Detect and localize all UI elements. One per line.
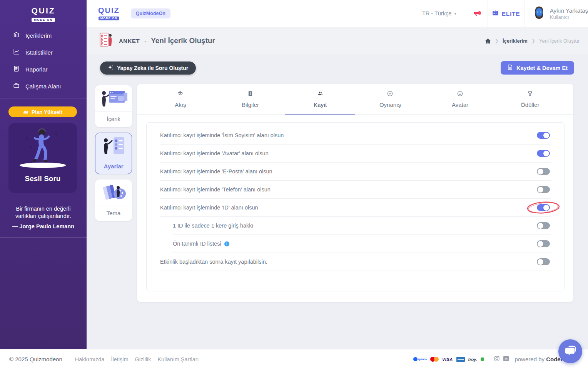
iyzico-icon: iyzico	[413, 357, 427, 361]
statistics-chart-icon	[13, 48, 20, 57]
tab-oduller[interactable]: Ödüller	[495, 84, 565, 114]
report-document-icon	[13, 65, 20, 73]
toggle-name-field[interactable]	[537, 132, 550, 139]
plan-badge[interactable]: ELITE	[488, 10, 525, 17]
separator: -	[144, 38, 146, 44]
logo-mode-on-badge: MODE ON	[99, 17, 119, 21]
toggle-avatar-field[interactable]	[537, 150, 550, 157]
megaphone-icon	[473, 9, 481, 18]
sparkles-icon	[108, 65, 114, 71]
info-icon[interactable]: i	[224, 241, 229, 246]
quote-section: Bir firmanın en değerli varlıkları çalış…	[0, 199, 87, 238]
logo-text: QUIZ	[98, 7, 120, 14]
step-card-icerik[interactable]: İçerik	[95, 85, 132, 127]
step-card-tema[interactable]: Tema	[95, 180, 132, 221]
visa-icon: VISA	[442, 357, 453, 362]
setting-label: Etkinlik başladıktan sonra kayıt yapılab…	[160, 259, 267, 265]
play-circle-icon	[387, 90, 393, 98]
home-icon[interactable]	[485, 38, 491, 44]
setting-label: Katılımcı kayıt işleminde 'ID' alanı ols…	[160, 204, 258, 211]
footer-link-iletisim[interactable]: İletişim	[111, 356, 128, 362]
sidebar-item-label: İstatistikler	[25, 49, 53, 56]
toggle-id-field[interactable]	[537, 204, 550, 211]
tab-label: Avatar	[452, 101, 468, 108]
ai-generate-question-label: Yapay Zeka ile Soru Oluştur	[117, 65, 188, 71]
registration-settings-panel: Katılımcı kayıt işleminde 'İsim Soyisim'…	[146, 122, 565, 291]
users-icon	[317, 90, 324, 98]
mastercard-icon	[430, 357, 439, 362]
chat-bubbles-icon	[564, 345, 577, 358]
instagram-icon[interactable]	[494, 356, 499, 363]
ai-generate-question-button[interactable]: Yapay Zeka ile Soru Oluştur	[100, 62, 196, 75]
crown-icon	[23, 109, 28, 115]
avatar	[533, 6, 546, 21]
svg-text:♪: ♪	[25, 135, 28, 141]
topbar-divider	[525, 0, 525, 27]
powered-by: powered by Codem	[514, 356, 566, 362]
chevron-down-icon: ▾	[454, 11, 456, 16]
tab-oynanis[interactable]: Oynanış	[355, 84, 425, 114]
plan-label: ELITE	[502, 10, 520, 17]
user-menu[interactable]: Aykın Yarkataş Kullanıcı	[533, 6, 588, 21]
step-card-label: Tema	[95, 206, 132, 221]
sidebar-item-label: İçeriklerim	[25, 32, 52, 39]
tab-label: Kayıt	[314, 101, 327, 108]
sidebar-divider	[0, 98, 87, 98]
announcements-button[interactable]	[467, 9, 488, 18]
tab-kayit[interactable]: Kayıt	[285, 84, 355, 114]
sidebar: QUIZ MODE ON İçeriklerim İstatistikler	[0, 0, 87, 349]
promo-card-sesli-soru[interactable]: ♪ ♫ ♪ ♫ Sesli Soru	[8, 123, 77, 193]
footer-links: Hakkımızda İletişim Gizlilik Kullanım Şa…	[75, 356, 199, 362]
promo-card-title: Sesli Soru	[8, 175, 77, 183]
breadcrumb-parent[interactable]: İçeriklerim	[503, 38, 528, 44]
tab-avatar[interactable]: Avatar	[425, 84, 495, 114]
sidebar-item-istatistikler[interactable]: İstatistikler	[0, 44, 87, 61]
language-selector[interactable]: TR - Türkçe ▾	[422, 10, 467, 17]
tab-label: Akış	[175, 101, 186, 108]
toggle-email-field[interactable]	[537, 168, 550, 175]
page-title: Yeni İçerik Oluştur	[151, 37, 215, 45]
settings-tabbar: Akış Bilgiler Kayıt Oynanış Avatar Ödüll…	[137, 84, 573, 115]
tab-bilgiler[interactable]: Bilgiler	[215, 84, 286, 114]
sidebar-item-calisma-alani[interactable]: Çalışma Alanı	[0, 78, 87, 95]
tab-akis[interactable]: Akış	[145, 84, 215, 114]
app-root: QUIZ MODE ON İçeriklerim İstatistikler	[0, 0, 588, 369]
toggle-register-after-start[interactable]	[537, 258, 550, 265]
workspace-badge[interactable]: QuizModeOn	[131, 8, 170, 18]
upgrade-plan-button[interactable]: Plan Yükselt	[8, 106, 77, 117]
save-continue-label: Kaydet & Devam Et	[516, 65, 568, 71]
sidebar-item-iceriklerim[interactable]: İçeriklerim	[0, 27, 87, 44]
user-info: Aykın Yarkataş Kullanıcı	[550, 7, 588, 20]
linkedin-icon[interactable]: in	[503, 356, 509, 363]
save-document-icon	[507, 64, 513, 71]
layers-icon	[177, 90, 184, 98]
save-continue-button[interactable]: Kaydet & Devam Et	[501, 61, 574, 75]
footer-link-hakkimizda[interactable]: Hakkımızda	[75, 356, 105, 362]
chevron-right-icon: ❯	[495, 38, 499, 43]
breadcrumb: ❯ İçeriklerim ❯ Yeni İçerik Oluştur	[485, 38, 580, 44]
step-card-ayarlar[interactable]: Ayarlar	[95, 133, 132, 174]
sidebar-logo[interactable]: QUIZ MODE ON	[0, 0, 87, 22]
footer-link-kullanim-sartlari[interactable]: Kullanım Şartları	[157, 356, 199, 362]
toggle-predefined-id-list[interactable]	[537, 240, 550, 247]
sidebar-item-raporlar[interactable]: Raporlar	[0, 61, 87, 78]
library-icon	[13, 31, 20, 40]
setting-label: Katılımcı kayıt işleminde 'İsim Soyisim'…	[160, 132, 284, 138]
workspace-briefcase-icon	[13, 82, 20, 90]
setting-row: Katılımcı kayıt işleminde 'Telefon' alan…	[160, 181, 551, 199]
topbar-logo[interactable]: QUIZ MODE ON	[98, 7, 120, 20]
footer-link-gizlilik[interactable]: Gizlilik	[135, 356, 151, 362]
settings-illustration	[95, 133, 132, 159]
user-name: Aykın Yarkataş	[550, 7, 588, 14]
toggle-single-entry-per-id[interactable]	[537, 222, 550, 229]
survey-illustration-icon	[99, 32, 112, 49]
tab-label: Oynanış	[379, 101, 401, 108]
info-book-icon	[247, 90, 254, 98]
toggle-phone-field[interactable]	[537, 186, 550, 193]
sidebar-item-label: Çalışma Alanı	[25, 83, 61, 90]
secure-payment-icon	[481, 357, 484, 361]
breadcrumb-current: Yeni İçerik Oluştur	[539, 38, 580, 44]
amex-icon	[456, 357, 465, 362]
chat-widget-button[interactable]	[558, 339, 582, 363]
annotated-toggle-wrap	[537, 204, 550, 211]
